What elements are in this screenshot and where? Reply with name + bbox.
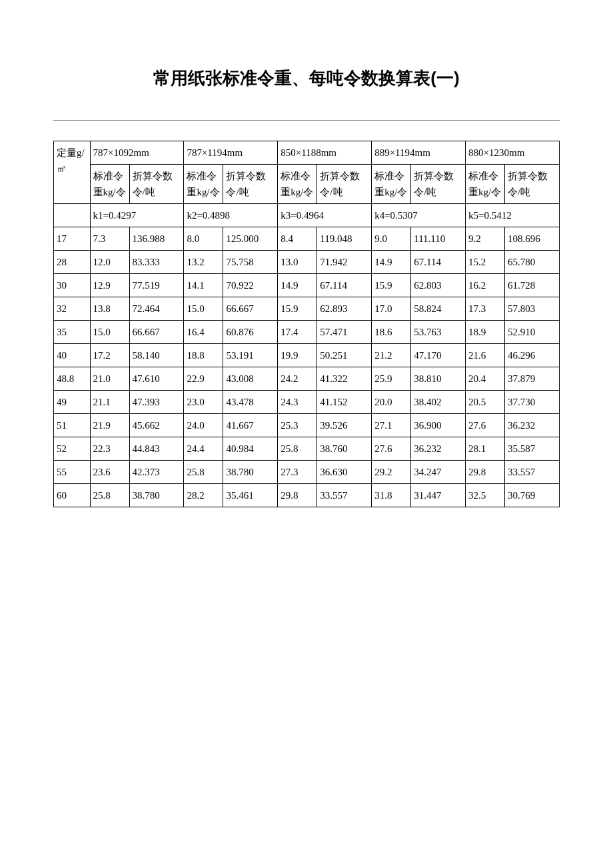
- header-kg-4: 标准令重kg/令: [372, 165, 411, 204]
- cell-value: 9.2: [466, 227, 505, 251]
- cell-value: 21.9: [90, 414, 129, 437]
- cell-value: 65.780: [505, 251, 560, 274]
- cell-value: 67.114: [411, 251, 466, 274]
- divider: [53, 120, 560, 121]
- cell-value: 29.2: [372, 461, 411, 484]
- cell-value: 45.662: [129, 414, 184, 437]
- cell-value: 77.519: [129, 274, 184, 297]
- cell-value: 14.1: [184, 274, 223, 297]
- cell-value: 14.9: [278, 274, 317, 297]
- cell-value: 36.232: [505, 414, 560, 437]
- cell-value: 125.000: [223, 227, 278, 251]
- cell-value: 46.296: [505, 344, 560, 367]
- cell-value: 15.9: [278, 297, 317, 321]
- header-ling-1: 折算令数令/吨: [129, 165, 184, 204]
- cell-value: 17.0: [372, 297, 411, 321]
- cell-grammage: 60: [54, 484, 91, 507]
- cell-value: 15.0: [90, 321, 129, 344]
- cell-value: 18.8: [184, 344, 223, 367]
- cell-value: 18.9: [466, 321, 505, 344]
- cell-value: 36.232: [411, 437, 466, 461]
- header-kg-5: 标准令重kg/令: [466, 165, 505, 204]
- cell-value: 58.140: [129, 344, 184, 367]
- cell-value: 28.2: [184, 484, 223, 507]
- cell-value: 20.5: [466, 391, 505, 414]
- cell-value: 47.170: [411, 344, 466, 367]
- cell-value: 52.910: [505, 321, 560, 344]
- cell-value: 38.760: [317, 437, 372, 461]
- cell-value: 29.8: [466, 461, 505, 484]
- cell-grammage: 55: [54, 461, 91, 484]
- cell-grammage: 52: [54, 437, 91, 461]
- cell-value: 18.6: [372, 321, 411, 344]
- cell-value: 34.247: [411, 461, 466, 484]
- cell-value: 21.0: [90, 367, 129, 391]
- cell-value: 23.0: [184, 391, 223, 414]
- cell-value: 136.988: [129, 227, 184, 251]
- cell-value: 111.110: [411, 227, 466, 251]
- table-row: 4017.258.14018.853.19119.950.25121.247.1…: [54, 344, 560, 367]
- cell-value: 44.843: [129, 437, 184, 461]
- k-value-2: k2=0.4898: [184, 204, 278, 227]
- cell-value: 53.191: [223, 344, 278, 367]
- cell-value: 57.803: [505, 297, 560, 321]
- cell-value: 47.610: [129, 367, 184, 391]
- cell-value: 41.152: [317, 391, 372, 414]
- cell-grammage: 32: [54, 297, 91, 321]
- k-value-5: k5=0.5412: [466, 204, 560, 227]
- header-row-k: k1=0.4297 k2=0.4898 k3=0.4964 k4=0.5307 …: [54, 204, 560, 227]
- cell-value: 32.5: [466, 484, 505, 507]
- cell-value: 16.4: [184, 321, 223, 344]
- cell-grammage: 28: [54, 251, 91, 274]
- cell-value: 66.667: [223, 297, 278, 321]
- cell-value: 25.8: [184, 461, 223, 484]
- cell-value: 13.0: [278, 251, 317, 274]
- cell-value: 67.114: [317, 274, 372, 297]
- header-kg-3: 标准令重kg/令: [278, 165, 317, 204]
- table-row: 5121.945.66224.041.66725.339.52627.136.9…: [54, 414, 560, 437]
- cell-value: 35.587: [505, 437, 560, 461]
- cell-grammage: 49: [54, 391, 91, 414]
- cell-value: 29.8: [278, 484, 317, 507]
- cell-value: 119.048: [317, 227, 372, 251]
- cell-value: 31.447: [411, 484, 466, 507]
- cell-value: 83.333: [129, 251, 184, 274]
- cell-value: 24.3: [278, 391, 317, 414]
- cell-value: 25.3: [278, 414, 317, 437]
- cell-value: 38.780: [223, 461, 278, 484]
- cell-value: 19.9: [278, 344, 317, 367]
- cell-value: 72.464: [129, 297, 184, 321]
- cell-value: 21.1: [90, 391, 129, 414]
- cell-value: 62.893: [317, 297, 372, 321]
- cell-value: 108.696: [505, 227, 560, 251]
- cell-value: 7.3: [90, 227, 129, 251]
- cell-value: 25.9: [372, 367, 411, 391]
- cell-grammage: 35: [54, 321, 91, 344]
- cell-grammage: 17: [54, 227, 91, 251]
- cell-grammage: 48.8: [54, 367, 91, 391]
- header-ling-5: 折算令数令/吨: [505, 165, 560, 204]
- cell-value: 42.373: [129, 461, 184, 484]
- cell-value: 8.0: [184, 227, 223, 251]
- cell-value: 60.876: [223, 321, 278, 344]
- cell-value: 39.526: [317, 414, 372, 437]
- header-ling-2: 折算令数令/吨: [223, 165, 278, 204]
- header-kg-2: 标准令重kg/令: [184, 165, 223, 204]
- cell-value: 31.8: [372, 484, 411, 507]
- header-row-1: 定量g/㎡ 787×1092mm 787×1194mm 850×1188mm 8…: [54, 141, 560, 165]
- cell-value: 37.879: [505, 367, 560, 391]
- header-size-3: 850×1188mm: [278, 141, 372, 165]
- cell-value: 30.769: [505, 484, 560, 507]
- cell-value: 16.2: [466, 274, 505, 297]
- cell-value: 40.984: [223, 437, 278, 461]
- cell-value: 70.922: [223, 274, 278, 297]
- cell-value: 27.6: [466, 414, 505, 437]
- cell-value: 66.667: [129, 321, 184, 344]
- cell-value: 23.6: [90, 461, 129, 484]
- cell-value: 36.900: [411, 414, 466, 437]
- k-value-3: k3=0.4964: [278, 204, 372, 227]
- cell-value: 17.2: [90, 344, 129, 367]
- cell-value: 27.6: [372, 437, 411, 461]
- header-size-4: 889×1194mm: [372, 141, 466, 165]
- cell-value: 38.810: [411, 367, 466, 391]
